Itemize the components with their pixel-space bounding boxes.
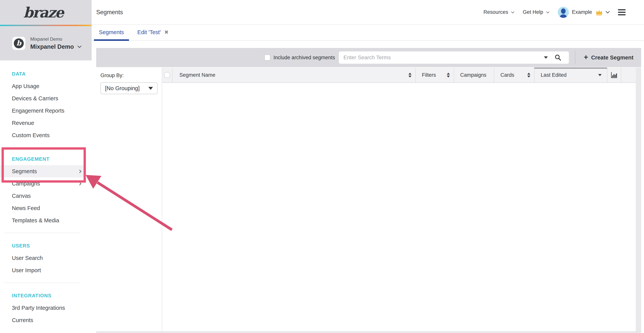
resources-menu[interactable]: Resources [484,9,514,15]
user-name: Example [572,9,592,15]
column-header-last-edited[interactable]: Last Edited [534,68,607,83]
top-bar-right: Resources Get Help Example [484,7,626,18]
tab-edit-test[interactable]: Edit 'Test' ✖ [132,29,174,41]
chevron-down-icon [606,10,610,14]
main-area: Segments Resources Get Help Example [92,0,644,333]
active-tab-indicator [94,39,129,41]
nav-section-data: DATA App Usage Devices & Carriers Engage… [0,68,84,141]
table-scrollbar-track[interactable] [636,68,641,331]
column-header-segment-name[interactable]: Segment Name [172,68,415,83]
workspace-logo-icon: b [12,37,25,50]
sidebar-item-label: App Usage [12,83,40,89]
section-title-engagement: ENGAGEMENT [0,153,84,165]
column-header-cards[interactable]: Cards [494,68,534,83]
sort-icon[interactable] [447,73,450,78]
tab-segments[interactable]: Segments [94,29,129,41]
search-box [339,51,569,64]
column-label: Cards [500,72,514,78]
sidebar-nav: DATA App Usage Devices & Carriers Engage… [0,61,92,333]
nav-section-users: USERS User Search User Import [0,240,84,276]
sidebar-item-label: User Search [12,255,43,261]
segments-toolbar: Include archived segments + Create [96,48,641,67]
sidebar-item-revenue[interactable]: Revenue [0,117,84,129]
user-menu[interactable]: Example [558,7,609,18]
sidebar-item-label: Devices & Carriers [12,95,58,102]
brand-logo-area: braze [0,0,92,25]
nav-divider [4,233,80,233]
avatar-person-icon [561,9,566,14]
workspace-company-label: Mixpanel Demo [30,37,81,42]
sort-icon[interactable] [527,73,530,78]
tab-label: Edit 'Test' [138,29,161,36]
app-window: braze b Mixpanel Demo Mixpanel Demo DATA… [0,0,644,333]
create-segment-button[interactable]: + Create Segment [584,54,634,61]
sidebar-item-label: Segments [12,168,37,175]
column-header-campaigns[interactable]: Campaigns [454,68,494,83]
workspace-text: Mixpanel Demo Mixpanel Demo [30,37,81,50]
sidebar-item-currents[interactable]: Currents [0,314,84,326]
braze-logo: braze [24,4,68,21]
search-input[interactable] [339,51,569,64]
page-title: Segments [96,9,123,16]
sidebar-item-user-import[interactable]: User Import [0,264,84,276]
table-body-empty [162,83,636,331]
chevron-down-icon [511,10,514,14]
column-header-filters[interactable]: Filters [415,68,454,83]
create-segment-label: Create Segment [591,55,634,61]
close-icon[interactable]: ✖ [164,30,169,35]
sidebar-item-user-search[interactable]: User Search [0,252,84,264]
sidebar-item-label: 3rd Party Integrations [12,305,65,311]
workspace-name: Mixpanel Demo [30,43,74,50]
table-region: Group By: [No Grouping] Segment [92,68,644,333]
sidebar-item-label: News Feed [12,205,40,211]
tab-label: Segments [99,29,124,36]
plus-icon: + [584,54,588,61]
sidebar-item-label: Currents [12,317,33,323]
group-by-panel: Group By: [No Grouping] [96,68,162,331]
horizontal-scrollbar-track[interactable] [96,331,641,333]
sidebar: braze b Mixpanel Demo Mixpanel Demo DATA… [0,0,92,333]
sidebar-item-devices-carriers[interactable]: Devices & Carriers [0,92,84,105]
column-label: Last Edited [541,72,566,78]
tab-bar: Segments Edit 'Test' ✖ [92,25,644,41]
search-dropdown-caret-icon[interactable] [544,56,548,59]
chevron-down-icon [78,44,82,48]
chevron-right-icon [78,182,81,185]
workspace-selector[interactable]: b Mixpanel Demo Mixpanel Demo [0,26,92,61]
sidebar-item-label: Custom Events [12,132,50,139]
toolbar-divider [575,51,576,65]
select-all-checkbox[interactable] [164,72,170,78]
select-all-checkbox-cell [162,68,172,83]
avatar [558,7,569,18]
nav-section-engagement: ENGAGEMENT Segments Campaigns Canvas New… [0,153,84,226]
column-label: Segment Name [180,72,216,78]
sidebar-item-news-feed[interactable]: News Feed [0,202,84,214]
column-label: Filters [422,72,436,78]
avatar-person-icon [560,15,567,18]
sidebar-item-app-usage[interactable]: App Usage [0,80,84,92]
chevron-right-icon [78,170,81,173]
sidebar-item-3rd-party-integrations[interactable]: 3rd Party Integrations [0,302,84,314]
include-archived-group: Include archived segments [264,55,335,61]
get-help-menu[interactable]: Get Help [523,9,549,15]
sidebar-item-campaigns[interactable]: Campaigns [0,177,84,190]
sidebar-item-label: Revenue [12,120,34,126]
include-archived-checkbox[interactable] [264,55,270,61]
sidebar-item-custom-events[interactable]: Custom Events [0,129,84,141]
section-title-data: DATA [0,68,84,80]
top-bar: Segments Resources Get Help Example [92,0,644,25]
sidebar-item-label: Canvas [12,193,31,199]
bar-chart-icon [610,71,618,79]
hamburger-menu-icon[interactable] [618,9,626,15]
sidebar-item-label: Engagement Reports [12,108,64,114]
search-icon[interactable] [554,54,562,62]
sidebar-item-templates-media[interactable]: Templates & Media [0,214,84,226]
group-by-dropdown[interactable]: [No Grouping] [100,82,158,94]
sort-icon[interactable] [408,73,412,78]
include-archived-label[interactable]: Include archived segments [274,55,335,61]
sidebar-item-segments[interactable]: Segments [0,165,84,177]
sidebar-item-canvas[interactable]: Canvas [0,190,84,202]
column-header-analytics[interactable] [607,68,621,83]
chevron-down-icon [546,10,549,14]
sidebar-item-engagement-reports[interactable]: Engagement Reports [0,105,84,117]
